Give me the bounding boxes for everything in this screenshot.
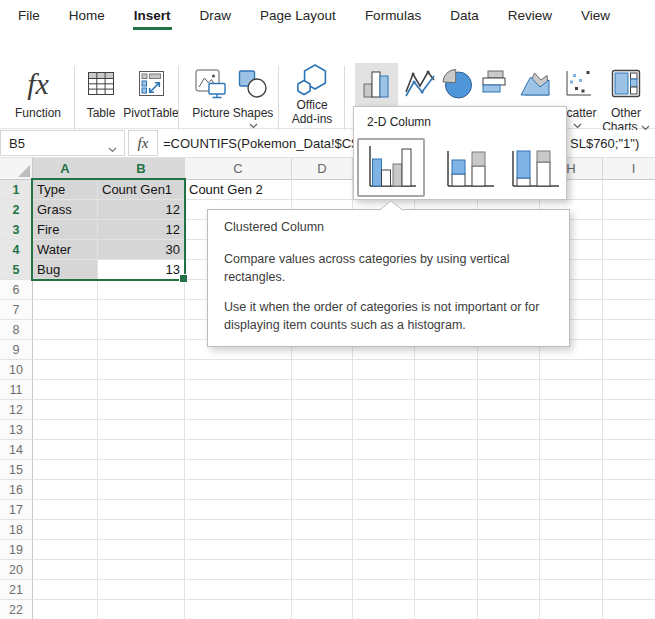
cell-G12[interactable] <box>478 400 540 420</box>
cell-A4[interactable]: Water <box>33 240 98 260</box>
cell-I13[interactable] <box>603 420 655 440</box>
cell-C16[interactable] <box>185 480 292 500</box>
cell-I16[interactable] <box>603 480 655 500</box>
cell-E12[interactable] <box>353 400 415 420</box>
cell-I10[interactable] <box>603 360 655 380</box>
100-percent-stacked-column-option[interactable] <box>504 144 565 194</box>
cell-C10[interactable] <box>185 360 292 380</box>
cell-A2[interactable]: Grass <box>33 200 98 220</box>
cell-A12[interactable] <box>33 400 98 420</box>
cell-D12[interactable] <box>292 400 353 420</box>
row-header-7[interactable]: 7 <box>0 300 33 320</box>
cell-G20[interactable] <box>478 560 540 580</box>
cell-A1[interactable]: Type <box>33 180 98 200</box>
cell-E11[interactable] <box>353 380 415 400</box>
row-header-6[interactable]: 6 <box>0 280 33 300</box>
cell-H20[interactable] <box>540 560 603 580</box>
cell-E21[interactable] <box>353 580 415 600</box>
cell-E18[interactable] <box>353 520 415 540</box>
cell-G13[interactable] <box>478 420 540 440</box>
cell-G11[interactable] <box>478 380 540 400</box>
cell-B6[interactable] <box>98 280 185 300</box>
cell-B21[interactable] <box>98 580 185 600</box>
row-header-17[interactable]: 17 <box>0 500 33 520</box>
cell-E20[interactable] <box>353 560 415 580</box>
cell-G17[interactable] <box>478 500 540 520</box>
row-header-14[interactable]: 14 <box>0 440 33 460</box>
cell-H12[interactable] <box>540 400 603 420</box>
row-header-20[interactable]: 20 <box>0 560 33 580</box>
cell-D11[interactable] <box>292 380 353 400</box>
tab-file[interactable]: File <box>18 8 40 23</box>
cell-H17[interactable] <box>540 500 603 520</box>
stacked-column-option[interactable] <box>439 144 500 194</box>
cell-H19[interactable] <box>540 540 603 560</box>
cell-I8[interactable] <box>603 320 655 340</box>
cell-I2[interactable] <box>603 200 655 220</box>
cell-D1[interactable] <box>292 180 353 200</box>
table-button[interactable]: Table <box>78 63 124 135</box>
cell-A15[interactable] <box>33 460 98 480</box>
cell-D13[interactable] <box>292 420 353 440</box>
formula-input[interactable]: =COUNTIFS(Pokemon_Data!$C$ <box>163 130 358 156</box>
cell-D20[interactable] <box>292 560 353 580</box>
other-charts-button[interactable]: OtherCharts <box>601 63 651 135</box>
row-header-22[interactable]: 22 <box>0 600 33 619</box>
cell-E17[interactable] <box>353 500 415 520</box>
cell-G22[interactable] <box>478 600 540 619</box>
cell-C18[interactable] <box>185 520 292 540</box>
cell-C15[interactable] <box>185 460 292 480</box>
cell-B7[interactable] <box>98 300 185 320</box>
cell-A20[interactable] <box>33 560 98 580</box>
cell-I5[interactable] <box>603 260 655 280</box>
row-header-5[interactable]: 5 <box>0 260 33 280</box>
cell-B12[interactable] <box>98 400 185 420</box>
cell-A11[interactable] <box>33 380 98 400</box>
tab-insert[interactable]: Insert <box>134 8 171 23</box>
cell-C13[interactable] <box>185 420 292 440</box>
cell-F14[interactable] <box>415 440 478 460</box>
cell-H18[interactable] <box>540 520 603 540</box>
cell-E10[interactable] <box>353 360 415 380</box>
picture-button[interactable]: Picture <box>187 63 235 135</box>
cell-D15[interactable] <box>292 460 353 480</box>
cell-H22[interactable] <box>540 600 603 619</box>
cell-D10[interactable] <box>292 360 353 380</box>
column-header-B[interactable]: B <box>98 158 185 180</box>
cell-I21[interactable] <box>603 580 655 600</box>
cell-E15[interactable] <box>353 460 415 480</box>
cell-A5[interactable]: Bug <box>33 260 98 280</box>
tab-home[interactable]: Home <box>69 8 105 23</box>
row-header-18[interactable]: 18 <box>0 520 33 540</box>
name-box[interactable]: B5 <box>0 130 125 156</box>
cell-F10[interactable] <box>415 360 478 380</box>
tab-formulas[interactable]: Formulas <box>365 8 421 23</box>
cell-D22[interactable] <box>292 600 353 619</box>
cell-A14[interactable] <box>33 440 98 460</box>
cell-F21[interactable] <box>415 580 478 600</box>
cell-I20[interactable] <box>603 560 655 580</box>
cell-F22[interactable] <box>415 600 478 619</box>
tab-view[interactable]: View <box>581 8 610 23</box>
cell-A6[interactable] <box>33 280 98 300</box>
cell-I11[interactable] <box>603 380 655 400</box>
cell-C11[interactable] <box>185 380 292 400</box>
row-header-11[interactable]: 11 <box>0 380 33 400</box>
cell-D14[interactable] <box>292 440 353 460</box>
cell-B8[interactable] <box>98 320 185 340</box>
pivottable-button[interactable]: PivotTable <box>120 63 182 135</box>
cell-B3[interactable]: 12 <box>98 220 185 240</box>
cell-B4[interactable]: 30 <box>98 240 185 260</box>
tab-review[interactable]: Review <box>508 8 552 23</box>
cell-I6[interactable] <box>603 280 655 300</box>
row-header-8[interactable]: 8 <box>0 320 33 340</box>
cell-H13[interactable] <box>540 420 603 440</box>
cell-H16[interactable] <box>540 480 603 500</box>
cell-B16[interactable] <box>98 480 185 500</box>
cell-B13[interactable] <box>98 420 185 440</box>
office-add-ins-button[interactable]: OfficeAdd-ins <box>283 63 341 135</box>
cell-G15[interactable] <box>478 460 540 480</box>
cell-E22[interactable] <box>353 600 415 619</box>
cell-C14[interactable] <box>185 440 292 460</box>
cell-F13[interactable] <box>415 420 478 440</box>
